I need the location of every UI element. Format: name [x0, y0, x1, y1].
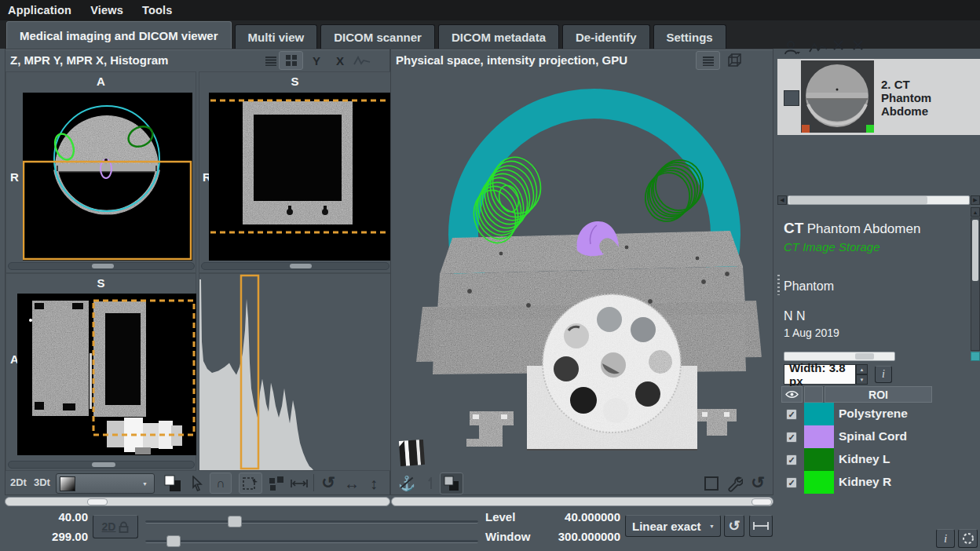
series-scrollbar-handle[interactable] — [789, 196, 927, 204]
axial-slice-scrollbar-handle[interactable] — [92, 264, 114, 268]
rotate-ccw-icon[interactable]: ↺ — [318, 472, 338, 494]
volume-master-slider-handle[interactable] — [751, 498, 772, 505]
contour-tool-button[interactable]: ∩ — [210, 473, 232, 494]
flip-vertical-icon[interactable]: ↕ — [364, 473, 384, 494]
reset-wl-button[interactable]: ↺ — [724, 515, 744, 537]
tab-dicom-metadata[interactable]: DICOM metadata — [438, 24, 559, 49]
series-checkbox[interactable] — [784, 90, 799, 106]
volume-master-slider[interactable] — [391, 497, 773, 506]
tab-settings[interactable]: Settings — [653, 24, 726, 49]
tile-windows-icon[interactable] — [267, 474, 286, 493]
volume-render-canvas[interactable] — [391, 71, 773, 471]
volume-list-button[interactable] — [696, 51, 720, 70]
roi-checkbox-3[interactable]: ✓ — [786, 477, 797, 488]
roi-color-swatch-0[interactable] — [804, 403, 834, 425]
width-spin-up[interactable]: ▲ — [856, 364, 868, 374]
viewport-histogram[interactable] — [199, 273, 391, 471]
menu-views[interactable]: Views — [90, 4, 123, 16]
fit-width-icon[interactable] — [289, 474, 309, 493]
roi-color-swatch-1[interactable] — [804, 425, 834, 448]
volume-panel-title: Physical space, intensity projection, GP… — [396, 53, 627, 67]
reset-camera-icon[interactable]: ↺ — [748, 472, 768, 494]
roi-scrollbar-handle[interactable] — [855, 353, 874, 359]
orientation-label-a: A — [6, 75, 196, 88]
roi-visibility-header[interactable] — [781, 386, 803, 403]
sagittal-slice-canvas[interactable] — [209, 93, 390, 261]
window-slider-handle[interactable] — [166, 535, 181, 547]
colormap-dropdown[interactable]: ▼ — [56, 473, 155, 494]
foreground-background-icon[interactable] — [163, 473, 183, 494]
lock-2d-label: 2D — [102, 520, 116, 533]
flip-horizontal-icon[interactable]: ↔ — [342, 473, 362, 494]
interpolation-dropdown[interactable]: Linear exact ▼ — [625, 515, 721, 537]
sagittal-slice-scrollbar-handle[interactable] — [290, 264, 312, 268]
level-slider-handle[interactable] — [228, 516, 242, 527]
tab-medical-imaging[interactable]: Medical imaging and DICOM viewer — [6, 21, 232, 49]
layout-list-icon[interactable] — [261, 53, 280, 68]
roi-color-swatch-3[interactable] — [804, 471, 834, 494]
axial-slice-canvas[interactable] — [23, 93, 192, 261]
patient-icon[interactable] — [784, 40, 801, 56]
roi-checkbox-2[interactable]: ✓ — [786, 454, 797, 465]
splitter-handle[interactable] — [777, 275, 780, 295]
transform-tool-button[interactable] — [239, 473, 262, 494]
tab-de-identify[interactable]: De-identify — [562, 24, 650, 49]
patient-name-label: N N — [784, 309, 806, 323]
orientation-label-s2: S — [6, 276, 196, 290]
sync-button[interactable] — [958, 529, 978, 548]
interpolation-dropdown-arrow: ▼ — [709, 524, 715, 529]
info-button[interactable]: i — [936, 529, 955, 548]
bounding-box-icon[interactable] — [702, 474, 721, 493]
lock-2d-button[interactable]: 2D — [93, 515, 138, 538]
mpr-master-slider-handle[interactable] — [87, 498, 108, 505]
scroll-right-arrow[interactable]: ▶ — [971, 195, 980, 205]
series-thumbnail[interactable] — [801, 60, 874, 133]
layout-grid-button[interactable] — [279, 51, 303, 70]
close-icon-2[interactable] — [852, 39, 864, 51]
close-icon[interactable] — [832, 39, 844, 51]
roi-name-header[interactable]: ROI — [825, 386, 932, 403]
full-range-button[interactable] — [749, 515, 773, 537]
swatch-tool-button[interactable] — [440, 473, 463, 494]
roi-label-0[interactable]: Polystyrene — [839, 407, 908, 421]
level-slider[interactable] — [145, 520, 478, 524]
menu-application[interactable]: Application — [8, 4, 71, 16]
roi-width-field[interactable]: Width: 3.8 px — [784, 364, 856, 385]
roi-label-1[interactable]: Spinal Cord — [839, 429, 907, 443]
roi-checkbox-0[interactable]: ✓ — [786, 409, 797, 420]
window-slider[interactable] — [145, 540, 478, 543]
tab-multi-view[interactable]: Multi view — [235, 24, 318, 49]
roi-checkbox-1[interactable]: ✓ — [786, 432, 797, 443]
details-vscrollbar-handle[interactable] — [972, 220, 978, 281]
mpr-x-button[interactable]: X — [331, 53, 349, 68]
series-list-item[interactable]: 2. CT Phantom Abdome — [777, 59, 980, 135]
mpr-y-button[interactable]: Y — [307, 53, 326, 68]
pointer-tool-icon[interactable] — [188, 474, 206, 493]
transfer-function-preview-icon[interactable] — [397, 439, 426, 467]
wrench-icon[interactable] — [724, 473, 744, 494]
cube-icon[interactable] — [726, 53, 744, 68]
coronal-slice-scrollbar-handle[interactable] — [92, 462, 115, 467]
histogram-chart[interactable] — [199, 274, 390, 470]
curve-icon[interactable] — [809, 42, 828, 54]
tab-dicom-scanner[interactable]: DICOM scanner — [320, 24, 435, 49]
histogram-curve-icon[interactable] — [353, 53, 371, 68]
width-spin-down[interactable]: ▼ — [856, 374, 868, 385]
full-range-icon — [752, 521, 770, 531]
series-number: 2. CT — [881, 78, 980, 91]
anchor-icon[interactable]: ⚓ — [397, 473, 416, 494]
roi-label-3[interactable]: Kidney R — [839, 475, 891, 489]
mode-2dt-label[interactable]: 2Dt — [10, 476, 27, 488]
scroll-up-arrow[interactable]: ▲ — [971, 207, 980, 217]
roi-label-2[interactable]: Kidney L — [839, 452, 890, 466]
roi-info-button[interactable]: i — [875, 366, 892, 383]
coronal-slice-canvas[interactable] — [17, 294, 196, 455]
mode-3dt-label[interactable]: 3Dt — [34, 476, 50, 488]
viewport-sagittal: S R — [199, 71, 391, 273]
menu-tools[interactable]: Tools — [142, 4, 173, 16]
roi-color-header[interactable] — [804, 386, 823, 403]
dashed-circle-icon — [962, 532, 975, 545]
roi-color-swatch-2[interactable] — [804, 448, 834, 471]
mpr-master-slider[interactable] — [5, 497, 390, 506]
scroll-left-arrow[interactable]: ◀ — [777, 195, 787, 205]
